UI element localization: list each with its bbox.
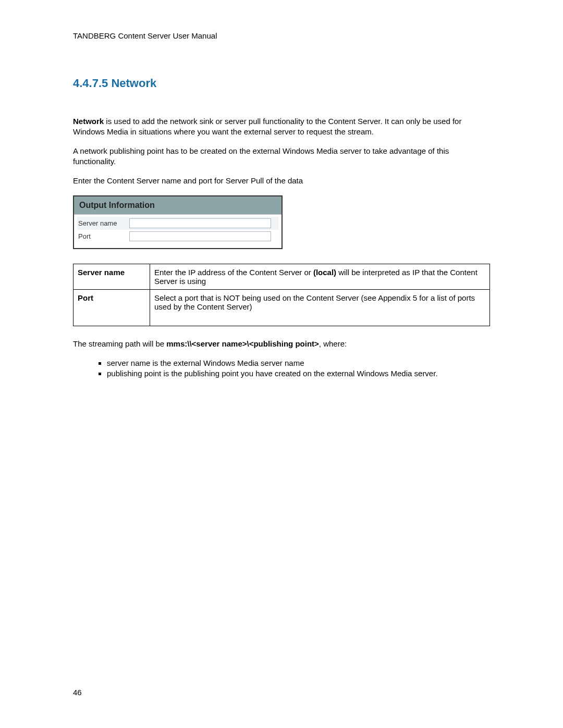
desc-port: Select a port that is NOT being used on … (150, 289, 490, 326)
term-server-name: Server name (74, 264, 150, 289)
table-row: Port Select a port that is NOT being use… (74, 289, 490, 326)
term-network: Network (73, 117, 104, 126)
paragraph-intro-text: is used to add the network sink or serve… (73, 117, 461, 136)
page-number: 46 (73, 688, 82, 697)
panel-title: Output Information (74, 196, 282, 215)
list-item: server name is the external Windows Medi… (107, 358, 490, 368)
paragraph-enter: Enter the Content Server name and port f… (73, 176, 490, 186)
term-port: Port (74, 289, 150, 326)
list-item: publishing point is the publishing point… (107, 368, 490, 379)
definitions-table: Server name Enter the IP address of the … (73, 264, 490, 326)
desc-server-name: Enter the IP address of the Content Serv… (150, 264, 490, 289)
bullet-list: server name is the external Windows Medi… (73, 358, 490, 378)
document-header: TANDBERG Content Server User Manual (73, 31, 490, 40)
server-name-input[interactable] (129, 218, 271, 228)
section-title: Network (111, 77, 156, 90)
paragraph-stream-path: The streaming path will be mms:\\<server… (73, 339, 490, 349)
section-number: 4.4.7.5 (73, 77, 108, 90)
section-heading: 4.4.7.5 Network (73, 77, 490, 90)
paragraph-intro: Network is used to add the network sink … (73, 116, 490, 137)
field-label-port: Port (78, 232, 129, 240)
field-row-server-name: Server name (77, 217, 278, 230)
field-row-port: Port (77, 230, 278, 243)
field-label-server-name: Server name (78, 219, 129, 227)
paragraph-pubpoint: A network publishing point has to be cre… (73, 146, 490, 166)
panel-body: Server name Port (74, 215, 282, 248)
port-input[interactable] (129, 231, 271, 241)
table-row: Server name Enter the IP address of the … (74, 264, 490, 289)
document-page: TANDBERG Content Server User Manual 4.4.… (0, 0, 563, 728)
output-information-panel: Output Information Server name Port (73, 195, 283, 249)
